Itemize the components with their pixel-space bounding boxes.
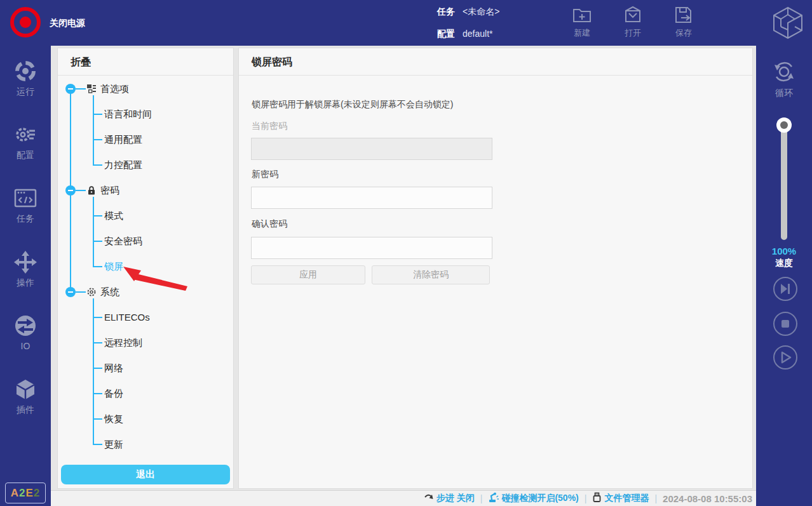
collision-detect-icon xyxy=(488,492,499,505)
tree-node-elitecos[interactable]: ELITECOs xyxy=(58,311,233,324)
confirm-password-field[interactable] xyxy=(251,237,492,259)
tree-node-mode[interactable]: 模式 xyxy=(58,210,233,222)
collapse-toggle-icon[interactable] xyxy=(65,287,76,297)
tree-node-restore[interactable]: 恢复 xyxy=(58,413,233,425)
stop-icon xyxy=(775,313,796,335)
task-value: <未命名> xyxy=(463,6,499,17)
confirm-password-label: 确认密码 xyxy=(252,218,287,230)
tree-node-remote-control[interactable]: 远程控制 xyxy=(58,336,233,349)
badge-char: E xyxy=(25,487,33,500)
separator: | xyxy=(585,493,587,503)
file-manager-item[interactable]: 文件管理器 xyxy=(592,492,649,505)
sidebar-item-label: IO xyxy=(0,341,51,351)
step-next-icon xyxy=(775,278,796,300)
io-arrows-icon xyxy=(0,314,51,337)
sidebar-item-task[interactable]: 任务 xyxy=(0,187,51,225)
step-next-button[interactable] xyxy=(773,277,797,301)
power-indicator-icon[interactable] xyxy=(10,7,41,37)
separator: | xyxy=(480,493,483,503)
open-button[interactable]: 打开 xyxy=(613,5,653,42)
new-button[interactable]: 新建 xyxy=(562,5,602,42)
a2e2-badge[interactable]: A2E2 xyxy=(5,483,46,503)
tree-node-backup[interactable]: 备份 xyxy=(58,387,233,400)
tree-node-force-config[interactable]: 力控配置 xyxy=(58,159,233,171)
badge-char: 2 xyxy=(34,487,40,500)
tree-node-lock-screen[interactable]: 锁屏 xyxy=(58,260,233,273)
tree-node-password[interactable]: 密码 xyxy=(58,184,233,197)
sidebar-item-label: 任务 xyxy=(0,213,51,225)
gear-list-icon xyxy=(0,123,51,146)
collision-status[interactable]: 碰撞检测开启(50%) xyxy=(488,492,578,505)
tree-node-update[interactable]: 更新 xyxy=(58,438,233,451)
config-value: default* xyxy=(463,29,492,39)
config-label: 配置 xyxy=(437,29,455,39)
loop-cycle-icon xyxy=(771,76,797,87)
file-manager-label: 文件管理器 xyxy=(604,493,649,504)
loop-button[interactable]: 循环 xyxy=(756,58,812,99)
divider xyxy=(58,75,233,76)
tree-panel-title[interactable]: 折叠 xyxy=(71,56,91,69)
sitemap-icon xyxy=(86,84,97,97)
lock-icon xyxy=(86,185,97,198)
play-button[interactable] xyxy=(773,345,797,370)
sidebar-item-label: 操作 xyxy=(0,277,51,289)
loop-label: 循环 xyxy=(756,88,812,99)
sidebar-item-io[interactable]: IO xyxy=(0,314,51,351)
tree-node-preferences[interactable]: 首选项 xyxy=(58,83,233,95)
tree-branch-line xyxy=(93,95,94,165)
current-password-field[interactable] xyxy=(251,138,492,160)
exit-button[interactable]: 退出 xyxy=(61,465,230,484)
collision-status-label: 碰撞检测开启(50%) xyxy=(501,493,578,504)
apply-button[interactable]: 应用 xyxy=(251,265,365,284)
sidebar-item-label: 运行 xyxy=(0,86,51,98)
new-password-field[interactable] xyxy=(251,187,492,209)
run-icon xyxy=(0,60,51,83)
separator: | xyxy=(654,493,657,503)
sidebar-item-run[interactable]: 运行 xyxy=(0,60,51,98)
description-text: 锁屏密码用于解锁屏幕(未设定则屏幕不会自动锁定) xyxy=(252,99,453,110)
top-bar: 关闭电源 任务<未命名> 配置default* 新建 打开 保存 xyxy=(0,0,812,46)
collapse-toggle-icon[interactable] xyxy=(65,185,76,196)
sidebar-item-label: 插件 xyxy=(0,404,51,416)
new-password-label: 新密码 xyxy=(252,169,278,180)
tree-node-network[interactable]: 网络 xyxy=(58,362,233,375)
sidebar-item-config[interactable]: 配置 xyxy=(0,123,51,161)
speed-slider-handle[interactable] xyxy=(776,117,792,133)
tree-node-system[interactable]: 系统 xyxy=(58,286,233,298)
sidebar-item-operate[interactable]: 操作 xyxy=(0,251,51,289)
open-button-label: 打开 xyxy=(613,27,653,39)
settings-tree-panel: 折叠 首选项 语言和时间 通用配置 力控配置 密码 模式 安全密码 锁屏 系统 … xyxy=(57,48,234,489)
speed-label: 速度 xyxy=(756,258,812,269)
save-icon xyxy=(664,5,703,25)
status-bar: 步进 关闭 | 碰撞检测开启(50%) | 文件管理器 | 2024-08-08… xyxy=(51,490,756,506)
right-sidebar: 循环 100% 速度 xyxy=(756,46,812,506)
gear-icon xyxy=(86,287,97,300)
divider xyxy=(239,75,752,76)
play-icon xyxy=(775,347,796,368)
tree-node-language-time[interactable]: 语言和时间 xyxy=(58,108,233,121)
sidebar-item-plugin[interactable]: 插件 xyxy=(0,378,51,416)
new-button-label: 新建 xyxy=(562,27,602,39)
tree-node-safety-password[interactable]: 安全密码 xyxy=(58,235,233,248)
tree-node-general-config[interactable]: 通用配置 xyxy=(58,133,233,146)
new-file-icon xyxy=(562,5,602,25)
save-button[interactable]: 保存 xyxy=(664,5,703,42)
page-title: 锁屏密码 xyxy=(252,56,292,69)
speed-slider-track[interactable] xyxy=(781,121,787,240)
datetime-display: 2024-08-08 10:55:03 xyxy=(663,493,752,504)
lock-screen-password-panel: 锁屏密码 锁屏密码用于解锁屏幕(未设定则屏幕不会自动锁定) 当前密码 新密码 确… xyxy=(238,48,753,489)
stop-button[interactable] xyxy=(773,312,797,336)
usb-drive-icon xyxy=(592,492,602,505)
power-off-label[interactable]: 关闭电源 xyxy=(50,18,85,29)
collapse-toggle-icon[interactable] xyxy=(65,84,76,94)
step-status-label: 步进 关闭 xyxy=(436,493,475,504)
current-password-label: 当前密码 xyxy=(252,121,287,132)
badge-char: 2 xyxy=(19,487,25,500)
elite-robots-logo-icon xyxy=(771,6,804,40)
open-file-icon xyxy=(613,5,653,25)
clear-password-button[interactable]: 清除密码 xyxy=(372,265,490,284)
step-status[interactable]: 步进 关闭 xyxy=(424,493,475,505)
config-row: 配置default* xyxy=(437,29,492,40)
sidebar-item-label: 配置 xyxy=(0,150,51,161)
left-sidebar: 运行 配置 任务 操作 IO 插件 A2E2 xyxy=(0,46,51,506)
